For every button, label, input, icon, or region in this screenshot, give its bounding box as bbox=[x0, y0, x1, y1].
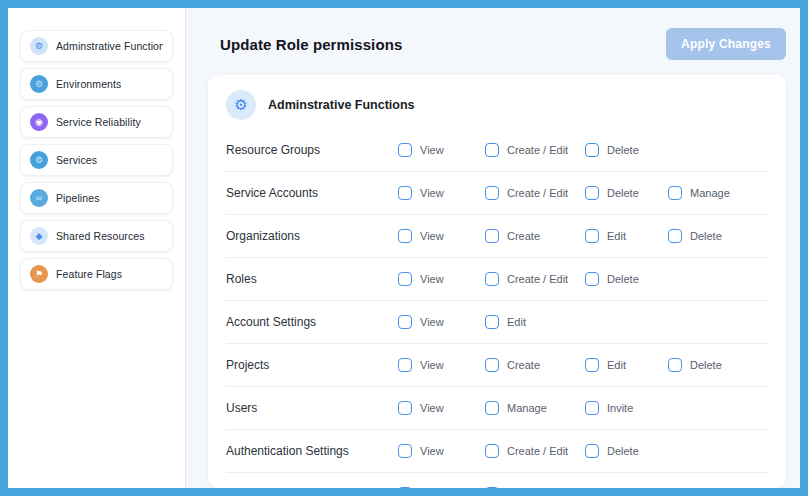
permission-option[interactable]: View bbox=[398, 444, 485, 458]
main-header: Update Role permissions Apply Changes bbox=[208, 28, 786, 60]
permission-option[interactable]: Manage bbox=[485, 487, 585, 488]
permission-checkbox[interactable] bbox=[485, 272, 499, 286]
permission-option[interactable]: Create / Edit bbox=[485, 186, 585, 200]
permission-option[interactable]: Edit bbox=[585, 358, 668, 372]
permission-checkbox[interactable] bbox=[485, 186, 499, 200]
sidebar-item-label: Environments bbox=[56, 78, 121, 90]
permission-option[interactable]: Invite bbox=[585, 401, 668, 415]
permission-option[interactable]: Edit bbox=[485, 315, 585, 329]
sidebar-item-service-reliability[interactable]: ◉ Service Reliability bbox=[20, 106, 173, 138]
permission-option[interactable]: Delete bbox=[668, 358, 768, 372]
permission-checkbox[interactable] bbox=[398, 487, 412, 488]
permissions-panel: ⚙ Adminstrative Functions Resource Group… bbox=[208, 75, 786, 488]
permission-option[interactable]: Manage bbox=[485, 401, 585, 415]
permission-checkbox[interactable] bbox=[485, 358, 499, 372]
permission-option-label: View bbox=[420, 187, 444, 199]
permission-checkbox[interactable] bbox=[485, 487, 499, 488]
permission-checkbox[interactable] bbox=[585, 143, 599, 157]
permission-checkbox[interactable] bbox=[398, 358, 412, 372]
permission-option[interactable]: View bbox=[398, 315, 485, 329]
sidebar-item-label: Services bbox=[56, 154, 97, 166]
main-content: Update Role permissions Apply Changes ⚙ … bbox=[186, 8, 800, 488]
permission-option[interactable]: Create / Edit bbox=[485, 444, 585, 458]
permission-option[interactable]: Create / Edit bbox=[485, 143, 585, 157]
permission-checkbox[interactable] bbox=[398, 272, 412, 286]
permission-checkbox[interactable] bbox=[398, 229, 412, 243]
permission-option[interactable]: View bbox=[398, 272, 485, 286]
permission-option[interactable]: View bbox=[398, 401, 485, 415]
permission-option[interactable]: Edit bbox=[585, 229, 668, 243]
permission-name: Account Settings bbox=[226, 315, 398, 329]
permission-option[interactable]: View bbox=[398, 229, 485, 243]
flag-icon: ⚑ bbox=[30, 265, 48, 283]
sidebar-item-environments[interactable]: ⚙ Environments bbox=[20, 68, 173, 100]
permission-option[interactable]: Manage bbox=[668, 186, 768, 200]
page-title: Update Role permissions bbox=[220, 36, 402, 53]
apply-changes-button[interactable]: Apply Changes bbox=[666, 28, 786, 60]
permission-checkbox[interactable] bbox=[668, 358, 682, 372]
permission-option[interactable]: Delete bbox=[585, 272, 668, 286]
permission-checkbox[interactable] bbox=[668, 229, 682, 243]
permission-checkbox[interactable] bbox=[485, 315, 499, 329]
permission-option[interactable]: Create bbox=[485, 229, 585, 243]
permission-option[interactable]: Create / Edit bbox=[485, 272, 585, 286]
permission-option[interactable]: View bbox=[398, 143, 485, 157]
sidebar-item-feature-flags[interactable]: ⚑ Feature Flags bbox=[20, 258, 173, 290]
permission-option-label: Delete bbox=[607, 273, 639, 285]
permission-option-label: Create / Edit bbox=[507, 144, 568, 156]
permission-checkbox[interactable] bbox=[585, 401, 599, 415]
permission-option-label: Invite bbox=[607, 402, 633, 414]
permission-row: Authentication Settings View Create / Ed… bbox=[226, 429, 768, 472]
permission-option-label: Create / Edit bbox=[507, 445, 568, 457]
permission-option-label: Create bbox=[507, 359, 540, 371]
permission-checkbox[interactable] bbox=[398, 401, 412, 415]
sidebar-item-shared-resources[interactable]: ◆ Shared Resources bbox=[20, 220, 173, 252]
permission-checkbox[interactable] bbox=[585, 186, 599, 200]
permission-checkbox[interactable] bbox=[398, 143, 412, 157]
permission-row: Resource Groups View Create / Edit Delet… bbox=[226, 128, 768, 171]
sidebar-item-label: Feature Flags bbox=[56, 268, 122, 280]
permission-option-label: View bbox=[420, 402, 444, 414]
permission-checkbox[interactable] bbox=[485, 444, 499, 458]
panel-header: ⚙ Adminstrative Functions bbox=[226, 90, 768, 120]
permission-option-label: View bbox=[420, 144, 444, 156]
permission-row: Account Settings View Edit bbox=[226, 300, 768, 343]
permission-checkbox[interactable] bbox=[398, 186, 412, 200]
permission-option-label: Create / Edit bbox=[507, 273, 568, 285]
permission-checkbox[interactable] bbox=[398, 315, 412, 329]
sidebar-item-label: Service Reliability bbox=[56, 116, 141, 128]
permission-option-label: View bbox=[420, 316, 444, 328]
permission-option[interactable]: Create bbox=[485, 358, 585, 372]
gear-icon: ⚙ bbox=[30, 37, 48, 55]
sidebar-item-adminstrative-functions[interactable]: ⚙ Adminstrative Functions bbox=[20, 30, 173, 62]
sidebar-item-label: Adminstrative Functions bbox=[56, 40, 163, 52]
permission-checkbox[interactable] bbox=[398, 444, 412, 458]
permission-option[interactable]: Delete bbox=[585, 186, 668, 200]
permission-option[interactable]: Delete bbox=[585, 143, 668, 157]
permission-option-label: Edit bbox=[507, 316, 526, 328]
permission-option-label: View bbox=[420, 230, 444, 242]
permission-option[interactable]: Delete bbox=[585, 444, 668, 458]
permission-checkbox[interactable] bbox=[585, 358, 599, 372]
permission-checkbox[interactable] bbox=[485, 401, 499, 415]
gear-icon: ⚙ bbox=[226, 90, 256, 120]
permission-checkbox[interactable] bbox=[668, 186, 682, 200]
permission-option[interactable]: Delete bbox=[668, 229, 768, 243]
permission-option[interactable]: View bbox=[398, 487, 485, 488]
permission-rows: Resource Groups View Create / Edit Delet… bbox=[226, 128, 768, 488]
permission-option-label: View bbox=[420, 359, 444, 371]
permission-name: Organizations bbox=[226, 229, 398, 243]
permission-checkbox[interactable] bbox=[585, 272, 599, 286]
permission-option-label: Edit bbox=[607, 359, 626, 371]
permission-option-label: Create / Edit bbox=[507, 187, 568, 199]
permission-option[interactable]: View bbox=[398, 358, 485, 372]
sidebar-item-pipelines[interactable]: ∞ Pipelines bbox=[20, 182, 173, 214]
permission-checkbox[interactable] bbox=[485, 143, 499, 157]
permission-checkbox[interactable] bbox=[585, 444, 599, 458]
permission-checkbox[interactable] bbox=[485, 229, 499, 243]
permission-option[interactable]: View bbox=[398, 186, 485, 200]
permission-name: User Groups bbox=[226, 487, 398, 488]
permission-option-label: View bbox=[420, 273, 444, 285]
permission-checkbox[interactable] bbox=[585, 229, 599, 243]
sidebar-item-services[interactable]: ⚙ Services bbox=[20, 144, 173, 176]
